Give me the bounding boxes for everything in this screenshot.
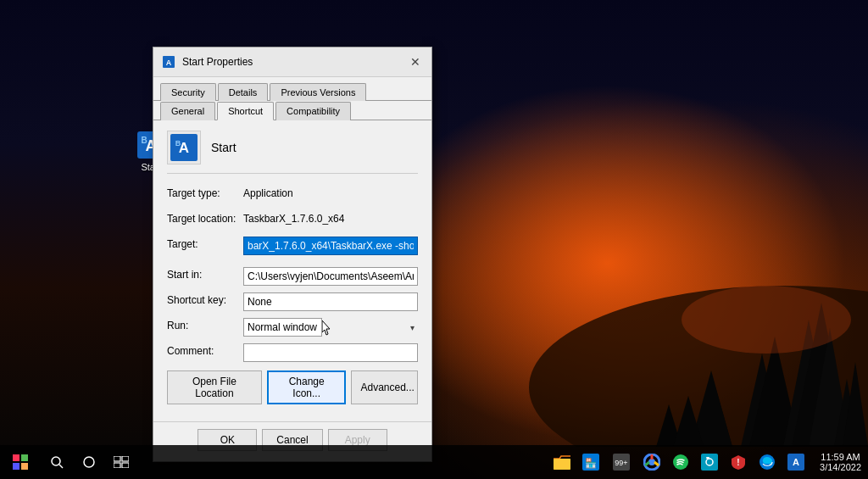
target-label: Target: [167, 237, 243, 250]
tab-general[interactable]: General [160, 102, 215, 120]
target-location-label: Target location: [167, 211, 243, 225]
start-in-input[interactable] [243, 267, 418, 286]
dialog-content: A B Start Target type: Application Targe… [153, 120, 431, 421]
comment-input[interactable] [243, 343, 418, 362]
svg-text:B: B [175, 139, 181, 148]
svg-line-23 [59, 465, 63, 468]
svg-rect-38 [701, 454, 718, 471]
system-tray: 🏪 99+ [545, 445, 813, 479]
target-type-value: Application [243, 186, 293, 199]
svg-rect-30 [554, 459, 570, 470]
tray-antivirus[interactable]: ! [725, 445, 752, 479]
dialog-close-button[interactable]: ✕ [408, 54, 423, 70]
shortcut-key-input[interactable] [243, 292, 418, 311]
dialog-title-text: Start Properties [182, 56, 253, 68]
tree-silhouettes [359, 150, 868, 447]
tab-security[interactable]: Security [160, 83, 216, 101]
taskbar-search-button[interactable] [41, 445, 73, 479]
form-row-run: Run: Normal window [167, 318, 418, 337]
svg-rect-26 [122, 456, 129, 461]
svg-rect-27 [114, 463, 120, 468]
taskbar-start-button[interactable] [0, 445, 41, 479]
tray-spotify[interactable] [667, 445, 694, 479]
advanced-button[interactable]: Advanced... [351, 370, 418, 404]
taskbar-cortana-button[interactable] [73, 445, 105, 479]
dialog-tabs: Security Details Previous Versions [153, 77, 431, 101]
tab-previous-versions[interactable]: Previous Versions [270, 83, 366, 101]
target-type-label: Target type: [167, 186, 243, 199]
tray-taskbarx[interactable]: A [782, 445, 810, 479]
svg-rect-25 [114, 456, 120, 461]
form-row-comment: Comment: [167, 343, 418, 362]
target-location-value: TaskbarX_1.7.6.0_x64 [243, 211, 344, 225]
form-row-shortcut-key: Shortcut key: [167, 292, 418, 311]
tray-edge[interactable] [754, 445, 781, 479]
svg-text:99+: 99+ [615, 459, 627, 467]
tray-store[interactable]: 🏪 [577, 445, 604, 479]
dialog-titlebar-left: A Start Properties [162, 55, 253, 69]
shortcut-key-label: Shortcut key: [167, 292, 243, 306]
start-in-label: Start in: [167, 267, 243, 281]
tray-file-explorer[interactable] [548, 445, 576, 479]
svg-text:B: B [141, 136, 147, 145]
run-label: Run: [167, 318, 243, 331]
svg-point-36 [648, 459, 655, 465]
tab-compatibility[interactable]: Compatibility [275, 102, 351, 120]
svg-rect-28 [122, 463, 129, 468]
taskbar-task-view-button[interactable] [105, 445, 137, 479]
svg-text:🏪: 🏪 [585, 457, 597, 469]
tab-details[interactable]: Details [218, 83, 269, 101]
svg-rect-40 [706, 457, 709, 459]
run-select[interactable]: Normal window [243, 318, 322, 337]
comment-label: Comment: [167, 343, 243, 357]
dialog-title-icon: A [162, 55, 175, 69]
app-header: A B Start [167, 131, 418, 174]
run-select-wrapper: Normal window [243, 318, 418, 337]
tray-photos[interactable] [696, 445, 723, 479]
form-row-target-type: Target type: Application [167, 186, 418, 204]
form-row-start-in: Start in: [167, 267, 418, 286]
tab-shortcut[interactable]: Shortcut [217, 102, 274, 120]
clock-time: 11:59 AM [821, 452, 860, 462]
open-file-location-button[interactable]: Open File Location [167, 370, 262, 404]
clock-date: 3/14/2022 [820, 462, 861, 472]
taskbar: 🏪 99+ [0, 445, 868, 479]
taskbar-clock[interactable]: 11:59 AM 3/14/2022 [813, 452, 868, 472]
form-row-target: Target: [167, 237, 418, 255]
svg-point-24 [84, 457, 94, 467]
change-icon-button[interactable]: Change Icon... [267, 370, 347, 404]
target-input[interactable] [243, 237, 418, 255]
svg-point-12 [682, 286, 851, 354]
svg-text:!: ! [737, 458, 739, 467]
app-name-label: Start [211, 141, 236, 154]
app-icon-large: A B [167, 131, 201, 164]
dialog-titlebar[interactable]: A Start Properties ✕ [153, 47, 431, 77]
windows-logo-icon [13, 454, 28, 470]
svg-point-22 [52, 457, 60, 465]
form-row-target-location: Target location: TaskbarX_1.7.6.0_x64 [167, 211, 418, 230]
properties-dialog: A Start Properties ✕ Security Details Pr… [153, 47, 432, 462]
dialog-bottom-buttons: Open File Location Change Icon... Advanc… [167, 370, 418, 404]
svg-text:A: A [793, 457, 799, 467]
tray-chrome[interactable] [638, 445, 665, 479]
tray-notifications[interactable]: 99+ [606, 445, 637, 479]
svg-text:A: A [166, 58, 172, 67]
